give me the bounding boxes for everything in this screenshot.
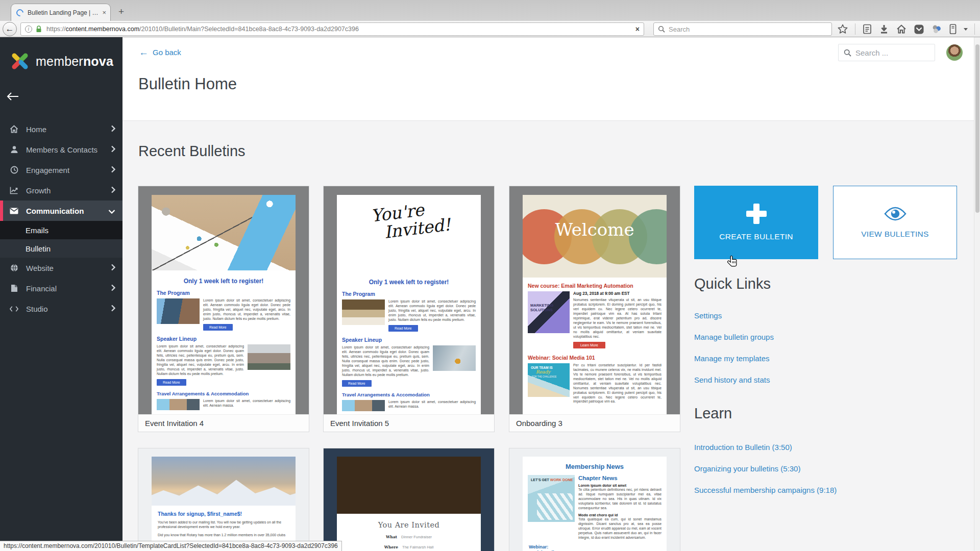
page-info-icon[interactable]: i <box>25 26 32 33</box>
read-more-button: Read More <box>388 325 418 332</box>
browser-tab[interactable]: Bulletin Landing Page | Profes × <box>11 4 111 21</box>
page-scrollbar[interactable] <box>974 37 980 551</box>
browser-window: Bulletin Landing Page | Profes × + ← i h… <box>0 0 980 551</box>
bulletin-card-membership-news[interactable]: Membership News LET'S GET WORK DONE Chap… <box>509 448 680 551</box>
browser-search-input[interactable] <box>669 26 812 33</box>
app-sidebar: membernova Home Members & Contacts Engag… <box>0 37 122 551</box>
chevron-right-icon <box>111 145 115 154</box>
search-icon <box>658 26 665 33</box>
bulletin-thumbnail: You'reInvited! Only 1 week left to regis… <box>324 186 494 414</box>
view-bulletins-button[interactable]: VIEW BULLETINS <box>833 186 957 259</box>
bookmarks-list-icon[interactable] <box>862 23 872 35</box>
person-icon <box>10 145 18 154</box>
sidebar-item-home[interactable]: Home <box>0 119 122 139</box>
newsletter-hero-welcome: Welcome <box>523 195 667 278</box>
tab-close-icon[interactable]: × <box>102 9 106 16</box>
bulletin-thumbnail: Thanks for signup, $first_name$! You've … <box>138 448 309 551</box>
quick-link-settings[interactable]: Settings <box>694 311 722 320</box>
newsletter-image <box>433 345 476 371</box>
chevron-down-icon[interactable] <box>964 28 968 31</box>
back-button[interactable]: ← <box>3 22 17 36</box>
bulletin-card-signup-thanks[interactable]: Thanks for signup, $first_name$! You've … <box>138 448 309 551</box>
plus-icon <box>746 204 767 224</box>
bookmark-star-icon[interactable] <box>837 23 848 35</box>
go-back-link[interactable]: ←Go back <box>139 47 181 57</box>
read-more-button: Read More <box>342 380 372 387</box>
chevron-right-icon <box>111 305 115 313</box>
scrollbar-thumb[interactable] <box>975 44 979 213</box>
sidebar-panel-icon[interactable] <box>949 23 957 35</box>
quick-link-manage-bulletin-groups[interactable]: Manage bulletin groups <box>694 333 774 341</box>
chevron-right-icon <box>111 264 115 272</box>
page-title: Bulletin Home <box>138 75 237 93</box>
browser-search-box[interactable] <box>653 22 832 36</box>
pocket-icon[interactable] <box>914 24 924 35</box>
sidebar-collapse-icon[interactable] <box>6 91 19 102</box>
newsletter-hero-image <box>337 457 481 514</box>
page-header: ←Go back Bulletin Home <box>122 37 980 121</box>
downloads-icon[interactable] <box>879 23 889 35</box>
mouse-cursor-hand <box>727 255 739 268</box>
brand-name: membernova <box>36 54 113 69</box>
newsletter-hero-image <box>152 457 296 506</box>
learn-link-introduction[interactable]: Introduction to Bulletin (3:50) <box>694 443 792 452</box>
quick-link-send-history-stats[interactable]: Send history and stats <box>694 375 770 384</box>
app-search-box[interactable] <box>838 44 935 61</box>
bulletin-thumbnail: Membership News LET'S GET WORK DONE Chap… <box>509 448 680 551</box>
user-avatar[interactable] <box>946 44 963 61</box>
sidebar-item-engagement[interactable]: Engagement <box>0 160 122 180</box>
learn-title: Learn <box>694 405 732 422</box>
sidebar-item-members-contacts[interactable]: Members & Contacts <box>0 139 122 160</box>
sidebar-item-financial[interactable]: Financial <box>0 278 122 298</box>
create-bulletin-button[interactable]: CREATE BULLETIN <box>694 186 818 259</box>
chart-icon <box>10 186 18 194</box>
tab-strip: Bulletin Landing Page | Profes × + <box>0 0 980 21</box>
newsletter-hero-image <box>152 195 296 270</box>
newsletter-image: MARKETINGSOLUTIONS <box>528 291 570 333</box>
bulletin-card-you-are-invited[interactable]: You Are Invited WhatDinner Fundraiser Wh… <box>323 448 495 551</box>
newsletter-webinar-heading: Webinar:Social Media 101 <box>529 544 667 551</box>
sidebar-item-website[interactable]: Website <box>0 258 122 278</box>
document-icon <box>10 284 18 292</box>
app-search-input[interactable] <box>855 48 922 57</box>
content-area: Recent Bulletins Only 1 week left to reg… <box>122 121 980 551</box>
sidebar-item-emails[interactable]: Emails <box>0 221 122 239</box>
bulletin-name: Event Invitation 4 <box>138 414 309 432</box>
bulletin-card-event-invitation-5[interactable]: You'reInvited! Only 1 week left to regis… <box>323 186 495 432</box>
chevron-down-icon <box>108 207 115 215</box>
back-arrow-icon: ← <box>139 47 149 57</box>
globe-icon <box>10 264 18 272</box>
brand-logo[interactable]: membernova <box>0 37 122 72</box>
sidebar-item-growth[interactable]: Growth <box>0 180 122 201</box>
sidebar-item-bulletin[interactable]: Bulletin <box>0 239 122 258</box>
stop-loading-icon[interactable]: × <box>635 25 640 33</box>
home-icon[interactable] <box>896 23 907 35</box>
bulletin-card-event-invitation-4[interactable]: Only 1 week left to register! The Progra… <box>138 186 309 432</box>
new-tab-button[interactable]: + <box>118 7 124 16</box>
quick-link-manage-my-templates[interactable]: Manage my templates <box>694 354 770 363</box>
newsletter-image: LET'S GET WORK DONE <box>528 475 575 522</box>
url-text: https://content.membernova.com/201010/Bu… <box>46 26 359 33</box>
main-area: ←Go back Bulletin Home Recent Bulletins … <box>122 37 980 551</box>
learn-more-button: Learn More <box>573 342 605 348</box>
address-bar[interactable]: i https://content.membernova.com/201010/… <box>20 22 644 36</box>
newsletter-image <box>248 344 290 370</box>
read-more-button: Read More <box>157 379 186 386</box>
newsletter-image <box>157 298 200 324</box>
sidebar-item-studio[interactable]: Studio <box>0 298 122 319</box>
tab-loading-spinner-icon <box>15 8 25 18</box>
membernova-logo-icon <box>9 51 31 72</box>
learn-link-campaigns[interactable]: Successful membership campaigns (9:18) <box>694 486 837 494</box>
sidebar-item-communication[interactable]: Communication <box>0 201 122 221</box>
envelope-icon <box>10 208 18 214</box>
bulletin-card-onboarding-3[interactable]: Welcome New course: Email Marketing Auto… <box>509 186 680 432</box>
chevron-right-icon <box>111 166 115 174</box>
code-icon <box>10 306 18 312</box>
chevron-right-icon <box>111 186 115 195</box>
learn-link-organizing[interactable]: Organizing your bulletins (5:30) <box>694 464 800 473</box>
bulletin-thumbnail: Only 1 week left to register! The Progra… <box>138 186 309 414</box>
toolbar-separator <box>855 23 855 35</box>
eye-icon <box>884 206 907 221</box>
url-path: /201010/Bulletin/Main?SelectedId=841bce8… <box>139 26 359 33</box>
extension-circles-icon[interactable] <box>931 23 942 35</box>
